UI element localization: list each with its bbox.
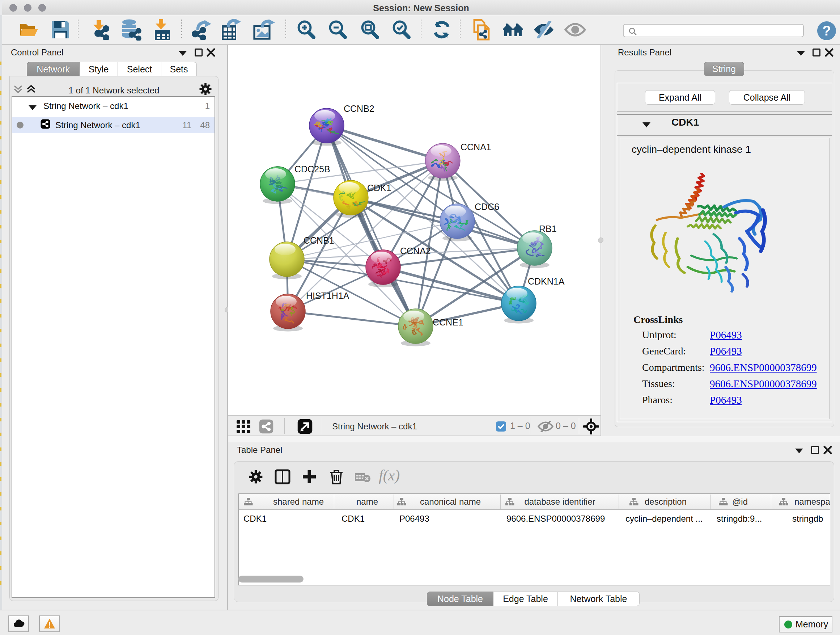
svg-text:HIST1H1A: HIST1H1A: [306, 291, 349, 301]
svg-text:CDC25B: CDC25B: [294, 164, 330, 174]
svg-text:?: ?: [822, 23, 831, 38]
svg-text:CCNE1: CCNE1: [433, 317, 463, 327]
svg-text:CCNA2: CCNA2: [400, 246, 431, 256]
svg-text:CDKN1A: CDKN1A: [528, 276, 565, 287]
svg-text:CDK1: CDK1: [367, 183, 392, 193]
svg-text:CDC6: CDC6: [475, 202, 499, 212]
svg-text:CCNB1: CCNB1: [303, 235, 334, 245]
svg-text:RB1: RB1: [539, 224, 557, 234]
svg-text:CCNA1: CCNA1: [461, 142, 491, 152]
svg-text:CCNB2: CCNB2: [344, 103, 374, 114]
